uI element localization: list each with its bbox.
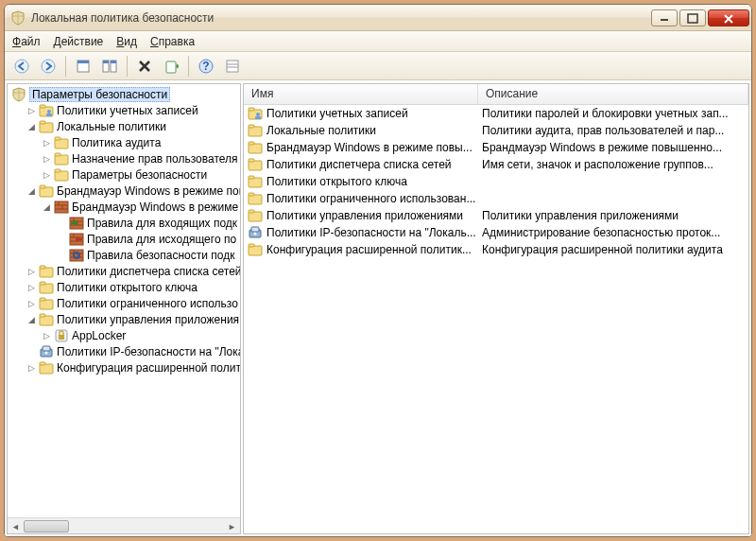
tree-item[interactable]: ▷ Конфигурация расширенной полит [8, 359, 240, 375]
rule-sec-icon [69, 248, 84, 263]
menu-action[interactable]: Действие [54, 35, 104, 48]
tree-item[interactable]: ◢ Локальные политики [8, 118, 240, 134]
expander-icon[interactable]: ◢ [26, 314, 37, 324]
tree-item[interactable]: Правила для исходящего по [8, 231, 240, 247]
maximize-button[interactable] [679, 9, 706, 26]
folder-icon [39, 119, 54, 134]
folder-icon [248, 140, 263, 155]
minimize-button[interactable] [651, 9, 678, 26]
tree-item-label: Назначение прав пользователя [72, 152, 238, 166]
expander-icon[interactable] [57, 234, 67, 244]
tree-item[interactable]: ◢ Брандмауэр Windows в режиме [8, 199, 240, 215]
folder-users-icon [248, 106, 263, 121]
tree-item[interactable]: Правила для входящих подк [8, 215, 240, 231]
tree-item-label: Политики IP-безопасности на "Лока [57, 345, 240, 358]
folder-icon [39, 360, 54, 375]
expander-icon[interactable]: ▷ [42, 137, 52, 148]
properties-button[interactable] [221, 55, 244, 78]
tree-item[interactable]: ◢ Брандмауэр Windows в режиме пов [8, 183, 240, 199]
up-button[interactable] [72, 55, 94, 78]
tree-item-label: Политики ограниченного использо [57, 297, 238, 310]
tree-item[interactable]: ▷ Параметры безопасности [8, 166, 240, 183]
tree-item[interactable]: ▷ Политики учетных записей [8, 102, 240, 118]
expander-icon[interactable] [26, 346, 37, 357]
tree-item[interactable]: ◢ Политики управления приложения [8, 311, 240, 327]
list-row[interactable]: Брандмауэр Windows в режиме повы... Бран… [244, 139, 748, 156]
list-row[interactable]: Политики управления приложениями Политик… [244, 207, 748, 224]
list-cell-desc: Администрирование безопасностью проток..… [478, 226, 748, 239]
list-cell-name: Политики ограниченного использован... [266, 192, 475, 205]
list-cell-name: Локальные политики [266, 124, 376, 137]
folder-icon [248, 242, 263, 257]
delete-button[interactable] [133, 55, 156, 78]
expander-icon[interactable]: ▷ [26, 282, 37, 292]
folder-icon [39, 264, 54, 279]
tree-root[interactable]: Параметры безопасности [8, 86, 240, 102]
scroll-thumb[interactable] [24, 520, 69, 532]
col-name[interactable]: Имя [244, 84, 478, 104]
tree-item[interactable]: ▷ AppLocker [8, 327, 240, 343]
list-row[interactable]: Политики учетных записей Политики пароле… [244, 105, 748, 122]
tree-item[interactable]: ▷ Политики ограниченного использо [8, 295, 240, 311]
list-row[interactable]: Локальные политики Политики аудита, прав… [244, 122, 748, 139]
ipsec-icon [39, 344, 54, 359]
list-row[interactable]: Конфигурация расширенной политик... Конф… [244, 241, 748, 258]
list-row[interactable]: Политики диспетчера списка сетей Имя сет… [244, 156, 748, 173]
forward-button[interactable] [37, 55, 60, 78]
tree-item-label: Правила для исходящего по [87, 233, 236, 246]
menu-help[interactable]: Справка [150, 35, 195, 48]
expander-icon[interactable]: ▷ [42, 153, 52, 164]
col-desc[interactable]: Описание [478, 84, 748, 104]
expander-icon[interactable]: ▷ [26, 362, 37, 373]
list-cell-desc: Конфигурация расширенной политики аудита [478, 243, 748, 256]
tree-item[interactable]: Политики IP-безопасности на "Лока [8, 343, 240, 359]
tree-item-label: Параметры безопасности [72, 168, 207, 182]
expander-icon[interactable]: ◢ [42, 201, 52, 212]
app-icon [10, 10, 26, 26]
menu-file[interactable]: ФФайлайл [12, 35, 41, 48]
expander-icon[interactable]: ▷ [42, 169, 52, 180]
list-cell-desc: Политики управления приложениями [478, 209, 748, 222]
titlebar[interactable]: Локальная политика безопасности [5, 5, 751, 31]
close-button[interactable] [708, 9, 749, 26]
columns-button[interactable] [98, 55, 121, 78]
tree-item[interactable]: ▷ Политика аудита [8, 134, 240, 150]
list-panel: Имя Описание Политики учетных записей По… [243, 83, 749, 534]
tree-item[interactable]: ▷ Политики диспетчера списка сетей [8, 263, 240, 279]
tree-body[interactable]: Параметры безопасности ▷ Политики учетны… [8, 84, 240, 517]
folder-icon [54, 135, 69, 150]
toolbar [5, 52, 751, 80]
window-title: Локальная политика безопасности [31, 11, 651, 25]
list-body[interactable]: Политики учетных записей Политики пароле… [244, 105, 748, 533]
menu-view[interactable]: Вид [116, 35, 137, 48]
list-cell-name: Конфигурация расширенной политик... [266, 243, 472, 256]
folder-icon [39, 183, 54, 199]
scroll-left-icon[interactable]: ◄ [8, 518, 24, 534]
expander-icon[interactable]: ▷ [26, 266, 37, 276]
expander-icon[interactable]: ◢ [26, 121, 37, 131]
tree-item[interactable]: ▷ Политики открытого ключа [8, 279, 240, 295]
tree-item-label: Локальные политики [57, 120, 166, 133]
folder-icon [248, 123, 263, 138]
back-button[interactable] [10, 55, 33, 78]
help-button[interactable] [195, 55, 217, 78]
folder-icon [248, 191, 263, 206]
expander-icon[interactable]: ▷ [42, 330, 52, 340]
export-button[interactable] [160, 55, 182, 78]
expander-icon[interactable] [57, 218, 67, 228]
list-row[interactable]: Политики IP-безопасности на "Локаль... А… [244, 224, 748, 241]
applocker-icon [54, 328, 69, 343]
list-cell-desc: Политики паролей и блокировки учетных за… [478, 107, 748, 120]
tree-item[interactable]: ▷ Назначение прав пользователя [8, 150, 240, 166]
list-row[interactable]: Политики ограниченного использован... [244, 190, 748, 207]
expander-icon[interactable]: ▷ [26, 298, 37, 308]
expander-icon[interactable]: ◢ [26, 185, 37, 196]
tree-hscrollbar[interactable]: ◄ ► [8, 517, 240, 533]
scroll-right-icon[interactable]: ► [224, 518, 240, 534]
expander-icon[interactable] [57, 250, 67, 260]
list-row[interactable]: Политики открытого ключа [244, 173, 748, 190]
expander-icon[interactable]: ▷ [26, 105, 37, 115]
tree-item-label: Политики диспетчера списка сетей [57, 265, 240, 278]
tree-item[interactable]: Правила безопасности подк [8, 247, 240, 263]
list-cell-name: Политики открытого ключа [266, 175, 407, 188]
